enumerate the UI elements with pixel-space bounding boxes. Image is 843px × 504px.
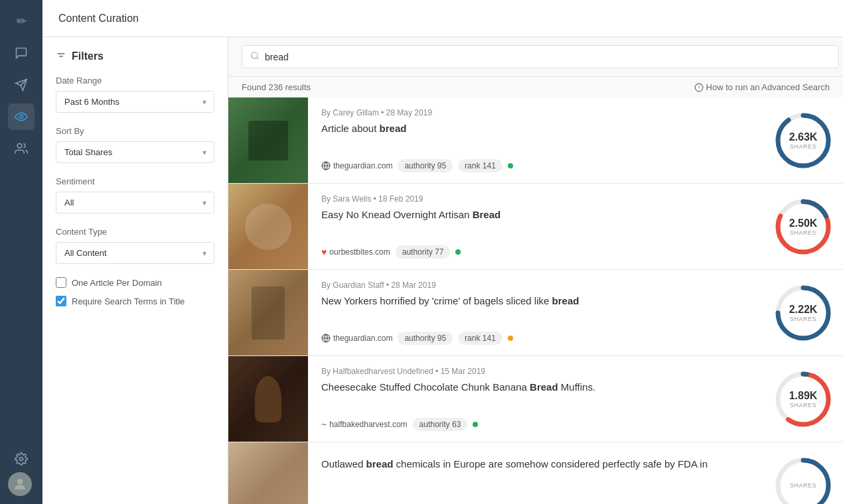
article-card-5: Outlawed bread chemicals in Europe are s…	[228, 442, 843, 504]
article-meta-3: By Guardian Staff • 28 Mar 2019	[321, 281, 750, 290]
article-card-2: By Sara Wells • 18 Feb 2019 Easy No Knea…	[228, 184, 843, 270]
article-card-3: By Guardian Staff • 28 Mar 2019 New York…	[228, 270, 843, 356]
article-body-3: By Guardian Staff • 28 Mar 2019 New York…	[308, 270, 763, 355]
article-footer-1: theguardian.com authority 95 rank 141	[321, 159, 750, 172]
shares-label-1: SHARES	[789, 143, 818, 150]
shares-value-3: 2.22K	[789, 304, 818, 316]
shares-circle-4: 1.89K SHARES	[763, 356, 843, 442]
article-title-1: Article about bread	[321, 121, 750, 135]
authority-badge-3: authority 95	[398, 332, 453, 345]
sort-by-filter: Sort By Total Shares Date Authority	[56, 126, 214, 163]
content-type-label: Content Type	[56, 227, 214, 237]
content-type-select[interactable]: All Content Articles Videos	[56, 242, 214, 264]
filters-panel: Filters Date Range Past 6 Months Past Mo…	[42, 37, 228, 504]
date-range-filter: Date Range Past 6 Months Past Month Past…	[56, 76, 214, 113]
results-count: Found 236 results	[242, 82, 311, 92]
article-title-3: New Yorkers horrified by 'crime' of bage…	[321, 294, 750, 308]
sidebar-icon-send[interactable]	[8, 72, 35, 98]
sort-by-select[interactable]: Total Shares Date Authority	[56, 141, 214, 163]
article-body-2: By Sara Wells • 18 Feb 2019 Easy No Knea…	[308, 184, 763, 269]
article-meta-2: By Sara Wells • 18 Feb 2019	[321, 194, 750, 204]
shares-label-2: SHARES	[789, 229, 818, 236]
domain-2: ♥ ourbestbites.com	[321, 247, 390, 257]
one-article-input[interactable]	[56, 277, 66, 288]
results-meta: Found 236 results How to run an Advanced…	[228, 77, 843, 97]
article-footer-3: theguardian.com authority 95 rank 141	[321, 332, 750, 345]
shares-label-4: SHARES	[789, 402, 818, 409]
domain-4: ~ halfbakedharvest.com	[321, 419, 408, 430]
sidebar-icon-edit[interactable]: ✏	[8, 8, 35, 34]
sidebar-icon-settings[interactable]	[8, 446, 35, 472]
shares-label-5: SHARES	[790, 482, 816, 489]
article-title-2: Easy No Knead Overnight Artisan Bread	[321, 208, 750, 221]
user-avatar[interactable]	[8, 472, 32, 496]
sentiment-select[interactable]: All Positive Negative Neutral	[56, 192, 214, 214]
rank-badge-1: rank 141	[458, 159, 502, 172]
date-range-label: Date Range	[56, 76, 214, 86]
shares-circle-3: 2.22K SHARES	[763, 270, 843, 355]
sidebar-icon-chat[interactable]	[8, 40, 35, 66]
article-body-1: By Carey Gillam • 28 May 2019 Article ab…	[308, 97, 763, 183]
sentiment-filter: Sentiment All Positive Negative Neutral	[56, 176, 214, 214]
content-area: Filters Date Range Past 6 Months Past Mo…	[42, 37, 843, 504]
svg-point-9	[252, 52, 258, 58]
topbar: Content Curation	[42, 0, 843, 37]
svg-point-4	[20, 458, 23, 461]
article-thumb-1	[228, 97, 308, 183]
search-input[interactable]	[265, 52, 830, 62]
sidebar-icon-users[interactable]	[8, 135, 35, 162]
article-title-5: Outlawed bread chemicals in Europe are s…	[321, 457, 750, 471]
date-range-select[interactable]: Past 6 Months Past Month Past Year	[56, 91, 214, 113]
authority-badge-4: authority 63	[413, 418, 468, 431]
article-footer-2: ♥ ourbestbites.com authority 77	[321, 245, 750, 259]
shares-value-1: 2.63K	[789, 131, 818, 143]
status-dot-3	[508, 336, 513, 341]
rank-badge-3: rank 141	[458, 332, 502, 345]
authority-badge-2: authority 77	[396, 245, 451, 259]
articles-list: By Carey Gillam • 28 May 2019 Article ab…	[228, 97, 843, 504]
sentiment-label: Sentiment	[56, 176, 214, 186]
heart-icon: ♥	[321, 247, 327, 257]
article-meta-1: By Carey Gillam • 28 May 2019	[321, 108, 750, 117]
article-body-5: Outlawed bread chemicals in Europe are s…	[308, 442, 763, 504]
filter-icon	[56, 51, 66, 62]
one-article-checkbox[interactable]: One Article Per Domain	[56, 277, 214, 288]
globe-icon-3	[321, 334, 331, 343]
status-dot-1	[508, 163, 513, 168]
svg-line-10	[257, 58, 259, 60]
article-thumb-4	[228, 356, 308, 442]
guardian-icon	[321, 161, 331, 170]
shares-value-4: 1.89K	[789, 390, 818, 402]
require-search-checkbox[interactable]: Require Search Terms in Title	[56, 296, 214, 306]
advanced-search-link[interactable]: How to run an Advanced Search	[694, 82, 830, 92]
content-type-filter: Content Type All Content Articles Videos	[56, 227, 214, 264]
search-bar	[242, 45, 839, 68]
svg-point-3	[17, 144, 22, 149]
domain-1: theguardian.com	[321, 161, 392, 170]
domain-3: theguardian.com	[321, 334, 392, 343]
search-bar-container	[228, 37, 843, 77]
require-search-input[interactable]	[56, 296, 66, 306]
filters-header: Filters	[56, 50, 214, 62]
svg-point-2	[20, 115, 23, 119]
shares-circle-1: 2.63K SHARES	[763, 97, 843, 183]
article-body-4: By Halfbakedharvest Undefined • 15 Mar 2…	[308, 356, 763, 442]
sort-by-label: Sort By	[56, 126, 214, 136]
authority-badge-1: authority 95	[398, 159, 453, 172]
article-thumb-2	[228, 184, 308, 269]
tilde-icon: ~	[321, 419, 327, 430]
page-title: Content Curation	[58, 13, 139, 25]
article-card-4: By Halfbakedharvest Undefined • 15 Mar 2…	[228, 356, 843, 442]
article-title-4: Cheesecake Stuffed Chocolate Chunk Banan…	[321, 380, 750, 394]
article-footer-4: ~ halfbakedharvest.com authority 63	[321, 418, 750, 431]
article-card-1: By Carey Gillam • 28 May 2019 Article ab…	[228, 97, 843, 184]
sidebar-icon-eye[interactable]	[8, 103, 35, 130]
shares-value-2: 2.50K	[789, 218, 818, 229]
results-area: Found 236 results How to run an Advanced…	[228, 37, 843, 504]
search-icon	[250, 51, 260, 62]
article-meta-4: By Halfbakedharvest Undefined • 15 Mar 2…	[321, 367, 750, 376]
article-thumb-3	[228, 270, 308, 355]
svg-point-5	[17, 479, 23, 484]
sidebar: ✏	[0, 0, 42, 504]
shares-label-3: SHARES	[789, 316, 818, 322]
